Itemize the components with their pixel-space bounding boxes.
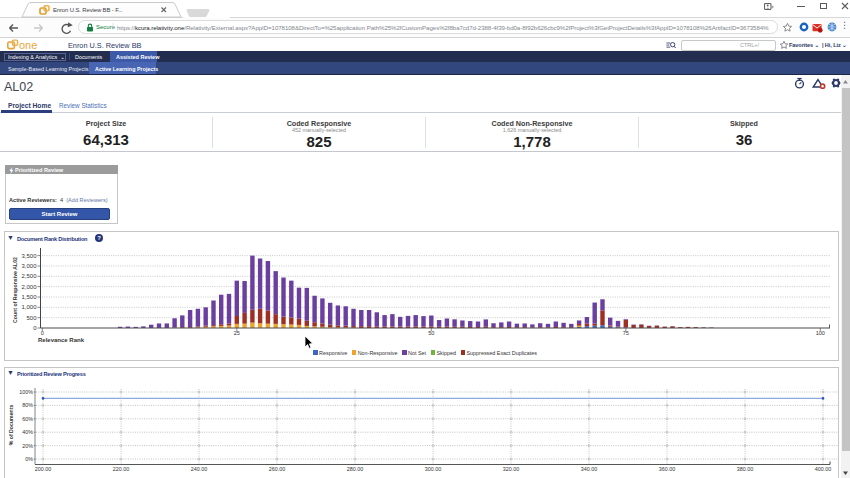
svg-text:3,000: 3,000 (21, 263, 37, 269)
svg-text:220.00: 220.00 (113, 466, 130, 472)
svg-text:0%: 0% (25, 456, 33, 462)
svg-text:60%: 60% (22, 416, 33, 422)
svg-text:500: 500 (26, 315, 37, 321)
svg-text:25: 25 (234, 330, 240, 336)
svg-text:360.00: 360.00 (659, 466, 676, 472)
svg-text:2,000: 2,000 (21, 284, 37, 290)
svg-text:320.00: 320.00 (503, 466, 520, 472)
svg-text:380.00: 380.00 (737, 466, 754, 472)
svg-text:340.00: 340.00 (581, 466, 598, 472)
svg-text:200.00: 200.00 (35, 466, 52, 472)
svg-text:Count of Responsive AL02: Count of Responsive AL02 (12, 257, 18, 323)
svg-text:% of Documents: % of Documents (8, 405, 14, 446)
svg-text:100%: 100% (19, 389, 33, 395)
svg-text:300.00: 300.00 (425, 466, 442, 472)
svg-text:50: 50 (428, 330, 434, 336)
svg-text:2,500: 2,500 (21, 273, 37, 279)
svg-text:75: 75 (623, 330, 629, 336)
svg-text:3,500: 3,500 (21, 253, 37, 259)
svg-text:0: 0 (33, 325, 37, 331)
svg-text:240.00: 240.00 (191, 466, 208, 472)
svg-text:100: 100 (816, 330, 825, 336)
svg-text:1,500: 1,500 (21, 294, 37, 300)
svg-text:260.00: 260.00 (269, 466, 286, 472)
svg-text:280.00: 280.00 (347, 466, 364, 472)
svg-text:one: one (19, 39, 37, 50)
svg-text:40%: 40% (22, 429, 33, 435)
svg-text:400.00: 400.00 (815, 466, 832, 472)
svg-text:Relevance Rank: Relevance Rank (38, 337, 85, 343)
svg-text:0: 0 (41, 330, 44, 336)
svg-text:20%: 20% (22, 443, 33, 449)
svg-text:1,000: 1,000 (21, 304, 37, 310)
svg-text:80%: 80% (22, 402, 33, 408)
